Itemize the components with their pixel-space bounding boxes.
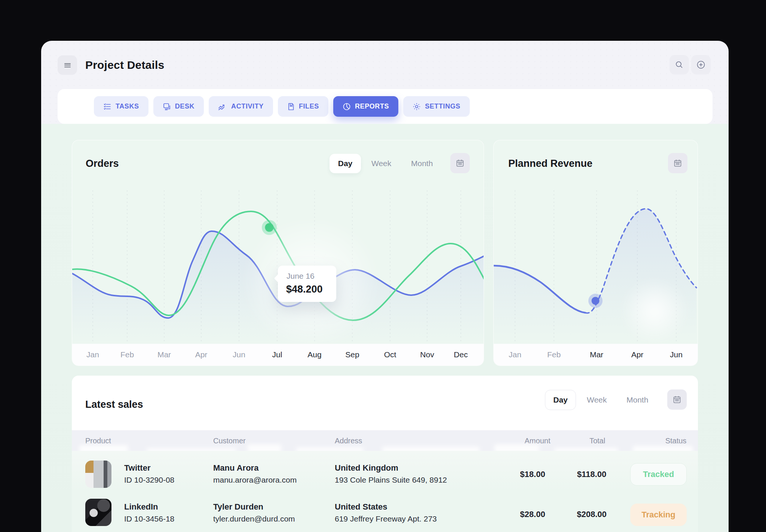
product-name: LinkedIn	[124, 502, 158, 512]
orders-card: Orders Day Week Month	[72, 140, 484, 366]
page-title: Project Details	[85, 59, 164, 71]
total-value: $118.00	[577, 470, 606, 479]
axis-label: Mar	[590, 350, 603, 359]
calendar-icon	[456, 159, 465, 168]
product-id: ID 10-3456-18	[124, 514, 174, 523]
tab-label: REPORTS	[355, 103, 389, 110]
axis-label: Jan	[509, 350, 521, 359]
axis-label: Feb	[547, 350, 561, 359]
axis-label: Jul	[272, 350, 282, 359]
tab-label: FILES	[299, 103, 319, 110]
axis-label: Apr	[631, 350, 644, 359]
planned-month-axis: Jan Feb Mar Apr Jun	[494, 344, 698, 366]
activity-icon	[218, 103, 227, 111]
address-line: 193 Cole Plains Suite 649, 891203	[335, 476, 447, 484]
axis-label: Nov	[420, 350, 434, 359]
axis-label: Jan	[86, 350, 99, 359]
latest-sales-title: Latest sales	[85, 399, 143, 410]
axis-label: Feb	[120, 350, 134, 359]
blurred-decoration	[72, 441, 698, 451]
customer-name: Manu Arora	[213, 463, 258, 473]
axis-label: Dec	[454, 350, 468, 359]
desk-icon	[163, 103, 171, 111]
plus-circle-icon	[696, 60, 706, 70]
axis-label: Aug	[307, 350, 321, 359]
sales-calendar-button[interactable]	[667, 389, 687, 410]
sales-range-day[interactable]: Day	[545, 390, 576, 410]
gear-icon	[413, 103, 421, 111]
tab-label: SETTINGS	[425, 103, 460, 110]
tab-activity[interactable]: ACTIVITY	[209, 96, 273, 117]
address-line: 619 Jeffrey Freeway Apt. 273	[335, 514, 437, 523]
latest-sales-card: Latest sales Day Week Month Product Cust…	[72, 376, 698, 532]
menu-button[interactable]	[58, 55, 77, 75]
sales-range-month[interactable]: Month	[626, 395, 648, 404]
address-country: United States	[335, 502, 387, 512]
tooltip-value: $48.200	[286, 284, 323, 295]
axis-label: Sep	[345, 350, 359, 359]
planned-revenue-card: Planned Revenue	[493, 140, 698, 366]
status-badge: Tracked	[630, 463, 687, 486]
address-country: United Kingdom	[335, 463, 398, 473]
axis-label: Apr	[195, 350, 208, 359]
add-button[interactable]	[691, 55, 711, 74]
tab-files[interactable]: FILES	[278, 96, 328, 117]
total-value: $208.00	[577, 510, 607, 519]
status-badge: Tracking	[630, 504, 687, 526]
hamburger-icon	[64, 62, 71, 68]
checklist-icon	[103, 103, 111, 111]
axis-label: Oct	[384, 350, 396, 359]
product-id: ID 10-3290-08	[124, 476, 174, 484]
tab-settings[interactable]: SETTINGS	[403, 96, 470, 117]
orders-range-month[interactable]: Month	[411, 159, 433, 168]
planned-calendar-button[interactable]	[668, 153, 687, 173]
search-icon	[675, 60, 684, 69]
orders-month-axis: Jan Feb Mar Apr Jun Jul Aug Sep Oct Nov …	[72, 344, 484, 366]
calendar-icon	[673, 159, 682, 168]
planned-revenue-chart	[494, 187, 698, 345]
axis-label: Mar	[157, 350, 171, 359]
amount-value: $18.00	[520, 470, 545, 479]
amount-value: $28.00	[520, 510, 545, 519]
orders-range-day[interactable]: Day	[330, 154, 361, 173]
product-name: Twitter	[124, 463, 150, 473]
product-thumbnail	[85, 499, 111, 526]
pie-chart-icon	[343, 103, 351, 111]
chart-tooltip: June 16 $48.200	[278, 266, 336, 302]
product-thumbnail	[85, 461, 111, 488]
search-button[interactable]	[670, 55, 689, 74]
tab-bar: TASKS DESK ACTIVITY FILES	[58, 89, 713, 124]
planned-revenue-title: Planned Revenue	[508, 158, 592, 169]
main-window: Project Details TASKS DESK	[41, 41, 729, 532]
orders-title: Orders	[86, 158, 119, 169]
customer-email: tyler.durden@durd.com	[213, 514, 295, 523]
axis-label: Jun	[233, 350, 245, 359]
tab-reports[interactable]: REPORTS	[333, 96, 398, 117]
files-icon	[287, 103, 295, 111]
tab-tasks[interactable]: TASKS	[94, 96, 148, 117]
customer-email: manu.arora@arora.com	[213, 476, 297, 484]
customer-name: Tyler Durden	[213, 502, 263, 512]
tab-desk[interactable]: DESK	[153, 96, 204, 117]
tab-label: DESK	[175, 103, 194, 110]
orders-range-week[interactable]: Week	[371, 159, 391, 168]
orders-calendar-button[interactable]	[450, 153, 470, 173]
orders-chart: June 16 $48.200	[72, 187, 484, 345]
axis-label: Jun	[670, 350, 683, 359]
tab-label: TASKS	[116, 103, 139, 110]
highlight-point[interactable]	[588, 294, 603, 308]
chart-glow-decoration	[617, 281, 692, 341]
tab-label: ACTIVITY	[231, 103, 264, 110]
calendar-icon	[672, 395, 681, 404]
sales-range-week[interactable]: Week	[587, 395, 607, 404]
tooltip-date: June 16	[287, 272, 315, 281]
